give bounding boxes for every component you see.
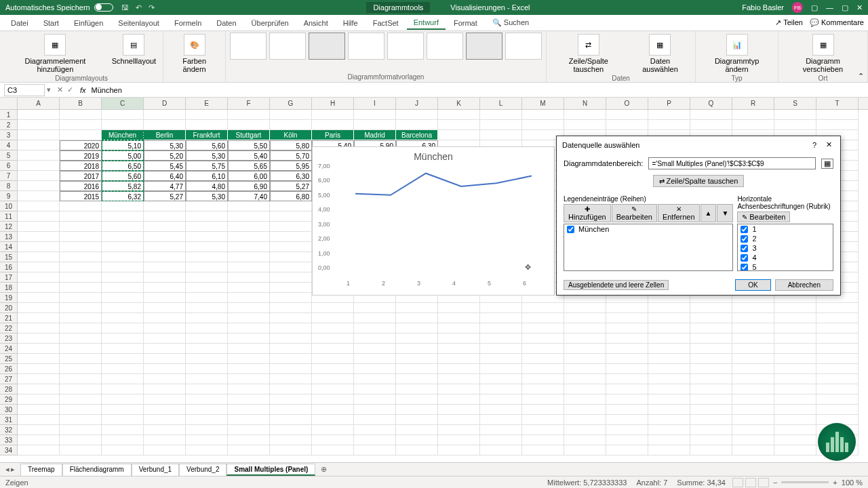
cell[interactable] (774, 394, 816, 405)
cell[interactable] (690, 120, 732, 130)
column-header-M[interactable]: M (522, 98, 564, 109)
cell[interactable] (228, 252, 270, 262)
cell[interactable] (522, 384, 564, 394)
cell[interactable] (18, 171, 60, 181)
cell[interactable] (60, 201, 102, 211)
cell[interactable] (312, 120, 354, 130)
cell[interactable] (18, 120, 60, 130)
view-page-layout-icon[interactable] (745, 478, 756, 487)
cell[interactable] (522, 435, 564, 445)
column-header-K[interactable]: K (438, 98, 480, 109)
cell[interactable] (438, 445, 480, 455)
cell[interactable] (438, 354, 480, 364)
cell[interactable] (270, 110, 312, 120)
row-header[interactable]: 3 (0, 130, 18, 140)
quick-layout-button[interactable]: ▤Schnelllayout (109, 33, 159, 66)
toggle-switch-icon[interactable] (94, 3, 113, 12)
tab-einfuegen[interactable]: Einfügen (67, 17, 110, 29)
cell[interactable] (186, 364, 228, 374)
axis-listbox[interactable]: 12345 (737, 224, 833, 271)
column-header-A[interactable]: A (18, 98, 60, 109)
cell[interactable] (774, 425, 816, 435)
cell[interactable] (18, 425, 60, 435)
cell[interactable] (144, 405, 186, 415)
cell[interactable] (102, 293, 144, 303)
row-header[interactable]: 12 (0, 222, 18, 232)
cell[interactable] (144, 303, 186, 313)
cell[interactable] (228, 374, 270, 384)
cell[interactable] (18, 445, 60, 455)
cell[interactable] (606, 374, 648, 384)
cell[interactable] (60, 364, 102, 374)
cell[interactable] (354, 120, 396, 130)
comments-button[interactable]: 💬 Kommentare (810, 18, 864, 27)
column-header-J[interactable]: J (396, 98, 438, 109)
cell[interactable] (228, 232, 270, 242)
sheet-nav-prev-icon[interactable]: ◂ (5, 465, 9, 474)
cell[interactable] (270, 293, 312, 303)
cell[interactable] (438, 405, 480, 415)
cell[interactable] (102, 232, 144, 242)
cell[interactable] (522, 374, 564, 384)
cell[interactable] (648, 374, 690, 384)
tab-format[interactable]: Format (447, 17, 484, 29)
series-checkbox[interactable] (567, 226, 574, 233)
cell[interactable] (270, 394, 312, 405)
row-header[interactable]: 19 (0, 293, 18, 303)
cell[interactable] (396, 323, 438, 333)
cell[interactable]: 6,90 (228, 181, 270, 191)
cell[interactable] (396, 364, 438, 374)
cell[interactable]: 2019 (60, 150, 102, 161)
cell[interactable] (564, 110, 606, 120)
cell[interactable] (18, 435, 60, 445)
cancel-button[interactable]: Abbrechen (775, 279, 833, 291)
cell[interactable] (732, 313, 774, 323)
search-button[interactable]: 🔍 Suchen (486, 16, 536, 29)
cell[interactable] (102, 201, 144, 211)
tab-hilfe[interactable]: Hilfe (336, 17, 365, 29)
cell[interactable]: 5,65 (228, 161, 270, 171)
cell[interactable] (270, 445, 312, 455)
cell[interactable] (144, 415, 186, 425)
cell[interactable] (18, 130, 60, 140)
cell[interactable] (606, 354, 648, 364)
style-thumb-3[interactable] (309, 33, 345, 60)
cell[interactable] (60, 272, 102, 283)
cell[interactable] (690, 303, 732, 313)
column-header-E[interactable]: E (186, 98, 228, 109)
cell[interactable] (228, 344, 270, 354)
cell[interactable] (186, 435, 228, 445)
cell[interactable] (312, 303, 354, 313)
cell[interactable] (102, 374, 144, 384)
cell[interactable] (522, 323, 564, 333)
column-header-S[interactable]: S (774, 98, 816, 109)
cell[interactable] (228, 435, 270, 445)
cell[interactable] (186, 232, 228, 242)
cell[interactable]: 7,40 (228, 191, 270, 201)
tab-entwurf[interactable]: Entwurf (407, 16, 446, 30)
cell[interactable] (480, 435, 522, 445)
autosave-toggle[interactable]: Automatisches Speichern (5, 3, 113, 12)
cell[interactable]: 5,40 (228, 150, 270, 161)
cell[interactable] (522, 344, 564, 354)
cell[interactable] (228, 242, 270, 252)
cell[interactable] (312, 415, 354, 425)
cell[interactable] (186, 354, 228, 364)
cell[interactable] (144, 242, 186, 252)
cell[interactable] (18, 252, 60, 262)
cell[interactable] (774, 384, 816, 394)
cell[interactable] (690, 323, 732, 333)
cell[interactable] (102, 354, 144, 364)
sheet-tab[interactable]: Flächendiagramm (62, 464, 132, 476)
cell[interactable] (816, 344, 859, 354)
cell[interactable] (18, 374, 60, 384)
cell[interactable] (270, 222, 312, 232)
cell[interactable] (18, 293, 60, 303)
cell[interactable] (648, 120, 690, 130)
column-header-O[interactable]: O (606, 98, 648, 109)
column-header-H[interactable]: H (312, 98, 354, 109)
cell[interactable] (60, 120, 102, 130)
cell[interactable] (480, 130, 522, 140)
cell[interactable] (354, 110, 396, 120)
tab-ansicht[interactable]: Ansicht (297, 17, 335, 29)
